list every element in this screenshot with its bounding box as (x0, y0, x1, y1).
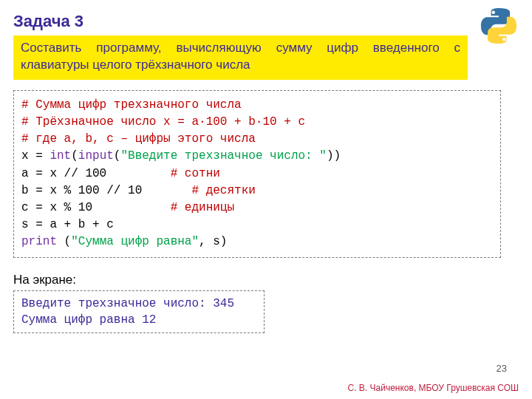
code-text: )) (327, 149, 341, 163)
code-comment: # сотни (171, 167, 220, 180)
code-line: b = x % 100 // 10 (21, 184, 191, 197)
program-output: Введите трехзначное число: 345 Сумма циф… (13, 290, 265, 334)
code-func: int (50, 149, 71, 163)
code-comment: # Сумма цифр трехзначного числа (21, 98, 242, 112)
code-listing: # Сумма цифр трехзначного числа # Трёхзн… (13, 90, 501, 258)
code-comment: # Трёхзначное число x = a∙100 + b∙10 + c (21, 115, 305, 129)
code-comment: # единицы (171, 201, 234, 214)
code-text: , s) (199, 235, 227, 248)
footer-credit: С. В. Чайченков, МБОУ Грушевская СОШ (348, 383, 519, 393)
code-line: c = x % 10 (21, 201, 171, 214)
code-comment: # где a, b, c – цифры этого числа (21, 132, 256, 146)
code-func: input (78, 149, 114, 163)
code-text: ( (114, 149, 121, 163)
code-line: s = a + b + c (21, 218, 114, 231)
code-text: ( (57, 235, 71, 248)
code-line: a = x // 100 (21, 167, 171, 180)
code-comment: # десятки (191, 184, 255, 197)
python-logo-icon (480, 7, 517, 44)
task-description: Составить программу, вычисляющую сумму ц… (13, 35, 468, 80)
code-line: x = (21, 149, 50, 163)
code-text: ( (71, 149, 78, 163)
code-func: print (21, 235, 57, 248)
code-string: "Сумма цифр равна" (71, 235, 199, 248)
slide-title: Задача 3 (13, 12, 519, 31)
code-string: "Введите трехзначное число: " (120, 149, 326, 163)
screen-output-label: На экране: (13, 273, 519, 287)
page-number: 23 (497, 363, 507, 374)
